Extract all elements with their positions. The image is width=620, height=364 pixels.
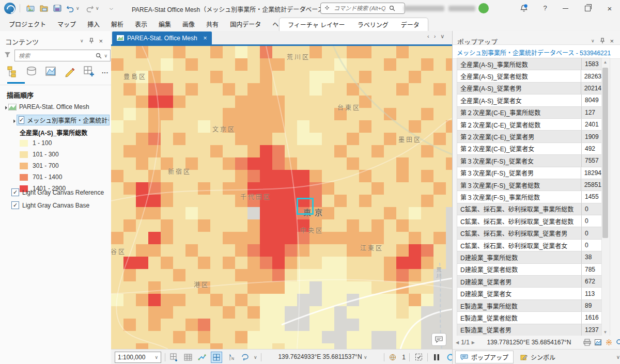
scroll-tabs-right-icon[interactable]: › xyxy=(434,33,436,40)
help-button[interactable]: ? xyxy=(537,4,553,12)
lasso-select-icon[interactable] xyxy=(240,352,250,362)
account-avatar[interactable] xyxy=(478,3,489,13)
undo-button[interactable] xyxy=(66,4,75,12)
scroll-up-icon[interactable]: ▲ xyxy=(602,60,609,65)
list-by-selection-icon[interactable] xyxy=(44,65,57,77)
attribute-row[interactable]: 第３次産業(F-S)_従業者男18294 xyxy=(457,167,601,179)
flash-feature-icon[interactable] xyxy=(605,339,613,346)
tree-item-map[interactable]: PAREA-Stat. Office Mesh xyxy=(3,103,89,110)
attribute-row[interactable]: D建設業_従業者男672 xyxy=(457,276,601,288)
ribbon-tab-1[interactable]: マップ xyxy=(52,20,82,28)
snapping-icon[interactable] xyxy=(197,352,207,362)
pause-drawing-icon[interactable] xyxy=(431,352,442,362)
selected-layer-row[interactable]: ✓ メッシュ別事業所・企業統計デー... xyxy=(17,115,110,125)
notifications-bell-icon[interactable] xyxy=(519,4,529,13)
attribute-row[interactable]: 全産業(A-S)_従業者男20214 xyxy=(457,83,601,94)
attribute-row[interactable]: E製造業_従業者総数1616 xyxy=(457,312,601,324)
attribute-row[interactable]: 第３次産業(F-S)_従業者女7557 xyxy=(457,155,601,167)
coords-dropdown-chevron[interactable]: ∨ xyxy=(364,355,367,360)
attribute-row[interactable]: 第３次産業(F-S)_事業所総数1455 xyxy=(457,191,601,203)
redo-button[interactable] xyxy=(86,4,95,12)
expander-triangle-icon[interactable] xyxy=(2,104,7,110)
map-canvas[interactable]: 荒川区豊島区台東区文京区墨田区新宿区千代田区東京中央区江東区渋谷区港区荒川 xyxy=(111,46,452,349)
ribbon-tab-4[interactable]: 表示 xyxy=(129,20,153,28)
attribute-row[interactable]: C鉱業、採石業、砂利採取業_事業所総数0 xyxy=(457,203,601,215)
tools-dropdown-chevron[interactable]: ∨ xyxy=(254,353,257,361)
attribute-row[interactable]: E製造業_従業者男1237 xyxy=(457,324,601,336)
magnifier-icon[interactable] xyxy=(616,339,620,346)
contents-search-input[interactable] xyxy=(18,52,94,59)
close-pane-icon[interactable]: × xyxy=(610,37,614,45)
close-tab-icon[interactable]: × xyxy=(204,35,207,42)
contents-search-box[interactable]: ∨ xyxy=(14,50,111,61)
dock-tab-symbol[interactable]: シンボル xyxy=(516,351,560,363)
attribute-row[interactable]: 全産業(A-S)_事業所総数1583 xyxy=(457,58,601,70)
tab-list-chevron[interactable]: ∨ xyxy=(440,33,444,40)
dock-options-chevron[interactable]: ∨ xyxy=(616,354,620,360)
dock-tab-popup[interactable]: ポップアップ xyxy=(455,351,514,363)
layer-visibility-checkbox[interactable]: ✓ xyxy=(11,188,19,196)
attribute-row[interactable]: 第２次産業(C-E)_事業所総数127 xyxy=(457,107,601,119)
filter-funnel-icon[interactable] xyxy=(4,51,11,58)
layer-visibility-checkbox[interactable]: ✓ xyxy=(11,201,19,209)
tree-item-layer[interactable]: ✓ メッシュ別事業所・企業統計デー... xyxy=(11,115,110,125)
list-by-drawing-order-icon[interactable] xyxy=(6,65,19,77)
pane-menu-chevron[interactable]: ∨ xyxy=(80,37,84,45)
print-icon[interactable] xyxy=(583,339,591,346)
attribute-row[interactable]: 全産業(A-S)_従業者女8049 xyxy=(457,94,601,106)
popup-indicator-button[interactable] xyxy=(431,333,446,346)
new-project-icon[interactable] xyxy=(26,4,35,12)
minimize-button[interactable] xyxy=(555,0,576,17)
scroll-tabs-left-icon[interactable]: ‹ xyxy=(427,33,429,40)
restore-button[interactable] xyxy=(577,0,598,17)
attribute-row[interactable]: C鉱業、採石業、砂利採取業_従業者男0 xyxy=(457,227,601,239)
map-scale-combo[interactable]: 1:100,000 ∨ xyxy=(115,352,161,363)
attribute-row[interactable]: C鉱業、採石業、砂利採取業_従業者女0 xyxy=(457,240,601,251)
contextual-tab-2[interactable]: データ xyxy=(395,20,426,29)
command-search-box[interactable] xyxy=(320,3,405,14)
title-dropdown-chevron[interactable]: ∨ xyxy=(302,5,306,10)
zoom-to-feature-icon[interactable] xyxy=(594,339,602,346)
search-dropdown-chevron[interactable]: ∨ xyxy=(104,52,107,60)
command-search-input[interactable] xyxy=(333,5,386,12)
previous-feature-icon[interactable]: ◀ xyxy=(456,340,459,345)
pane-menu-chevron[interactable]: ∨ xyxy=(591,37,595,45)
expander-triangle-icon[interactable] xyxy=(10,117,16,123)
attribute-row[interactable]: 第２次産業(C-E)_従業者総数2401 xyxy=(457,119,601,131)
scrollbar-thumb[interactable] xyxy=(602,68,608,238)
pin-icon[interactable] xyxy=(600,38,605,44)
map-view-tab[interactable]: PAREA-Stat. Office Mesh × xyxy=(112,31,212,44)
attribute-row[interactable]: D建設業_従業者総数785 xyxy=(457,264,601,276)
next-feature-icon[interactable]: ▶ xyxy=(472,340,475,345)
save-project-icon[interactable] xyxy=(53,4,62,12)
grid-icon[interactable] xyxy=(183,352,193,362)
pin-icon[interactable] xyxy=(89,38,94,44)
attribute-row[interactable]: 第２次産業(C-E)_従業者女492 xyxy=(457,143,601,155)
ribbon-tab-7[interactable]: 共有 xyxy=(200,20,224,28)
ribbon-tab-3[interactable]: 解析 xyxy=(105,20,129,28)
close-button[interactable]: × xyxy=(599,0,620,17)
attribute-row[interactable]: E製造業_事業所総数89 xyxy=(457,300,601,312)
table-scrollbar[interactable]: ▲ ▼ xyxy=(601,58,610,337)
snap-to-center-icon[interactable] xyxy=(211,352,222,363)
layer-visibility-checkbox[interactable]: ✓ xyxy=(19,116,24,124)
ribbon-tab-0[interactable]: プロジェクト xyxy=(3,20,52,28)
attribute-row[interactable]: D建設業_従業者女113 xyxy=(457,288,601,299)
customize-toolbar-chevron[interactable]: ⌵ xyxy=(110,4,113,12)
list-by-data-source-icon[interactable] xyxy=(25,65,38,77)
feature-title-link[interactable]: メッシュ別事業所・企業統計データベース - 533946221 xyxy=(457,48,611,57)
ribbon-tab-6[interactable]: 画像 xyxy=(177,20,200,28)
undo-dropdown-chevron[interactable]: ∨ xyxy=(76,4,80,12)
add-data-icon[interactable] xyxy=(83,65,95,77)
attribute-row[interactable]: D建設業_事業所総数38 xyxy=(457,251,601,263)
ribbon-tab-2[interactable]: 挿入 xyxy=(82,20,105,28)
close-pane-icon[interactable]: × xyxy=(99,37,103,45)
attribute-row[interactable]: 第２次産業(C-E)_従業者男1909 xyxy=(457,131,601,143)
scroll-down-icon[interactable]: ▼ xyxy=(602,330,609,335)
attribute-row[interactable]: 全産業(A-S)_従業者総数28263 xyxy=(457,70,601,82)
redo-dropdown-chevron[interactable]: ∨ xyxy=(96,4,99,12)
contextual-tab-1[interactable]: ラベリング xyxy=(351,20,395,29)
list-by-editing-icon[interactable] xyxy=(64,65,76,77)
ribbon-tab-8[interactable]: 国内データ xyxy=(224,20,267,28)
basemap-layer-row[interactable]: ✓Light Gray Canvas Reference xyxy=(11,186,104,199)
